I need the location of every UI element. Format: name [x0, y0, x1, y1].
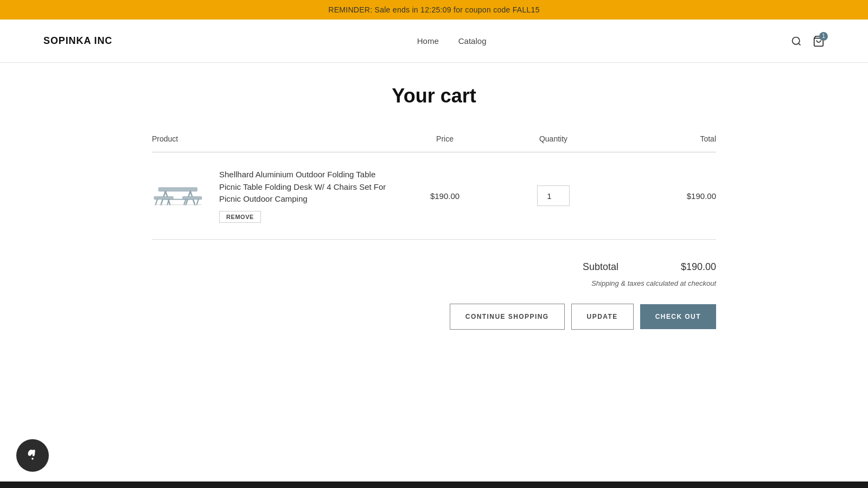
cart-actions: CONTINUE SHOPPING UPDATE CHECK OUT — [450, 304, 716, 330]
subtotal-label: Subtotal — [583, 261, 618, 273]
col-header-product: Product — [152, 134, 391, 143]
col-header-total: Total — [608, 134, 716, 143]
svg-point-16 — [31, 458, 34, 460]
continue-shopping-button[interactable]: CONTINUE SHOPPING — [450, 304, 565, 330]
cart-table: Product Price Quantity Total — [152, 134, 716, 240]
cart-summary: Subtotal $190.00 Shipping & taxes calcul… — [152, 261, 716, 330]
page-title: Your cart — [152, 85, 716, 107]
header-icons: 1 — [791, 35, 825, 47]
cart-badge: 1 — [819, 32, 828, 41]
footer-bar — [0, 481, 868, 488]
search-icon[interactable] — [791, 36, 802, 47]
remove-button[interactable]: REMOVE — [219, 211, 261, 223]
svg-line-14 — [197, 200, 199, 205]
shopify-badge[interactable] — [16, 439, 49, 472]
header: SOPINKA INC Home Catalog 1 — [0, 20, 868, 63]
product-cell: Shellhard Aluminium Outdoor Folding Tabl… — [152, 169, 391, 223]
product-image — [152, 169, 206, 223]
cart-table-header: Product Price Quantity Total — [152, 134, 716, 152]
subtotal-row: Subtotal $190.00 — [583, 261, 716, 273]
main-content: Your cart Product Price Quantity Total — [108, 63, 760, 351]
site-logo[interactable]: SOPINKA INC — [43, 35, 112, 47]
main-nav: Home Catalog — [417, 36, 487, 46]
cart-icon[interactable]: 1 — [813, 35, 825, 47]
svg-rect-3 — [159, 188, 197, 191]
checkout-button[interactable]: CHECK OUT — [640, 304, 716, 329]
svg-line-1 — [799, 43, 801, 45]
quantity-cell — [499, 185, 608, 206]
svg-point-0 — [793, 37, 800, 44]
table-row: Shellhard Aluminium Outdoor Folding Tabl… — [152, 152, 716, 240]
col-header-price: Price — [391, 134, 499, 143]
announcement-text: REMINDER: Sale ends in 12:25:09 for coup… — [328, 5, 539, 14]
announcement-bar: REMINDER: Sale ends in 12:25:09 for coup… — [0, 0, 868, 20]
quantity-input[interactable] — [537, 185, 570, 206]
subtotal-value: $190.00 — [662, 261, 716, 273]
product-name: Shellhard Aluminium Outdoor Folding Tabl… — [219, 169, 391, 206]
product-price: $190.00 — [391, 191, 499, 201]
update-button[interactable]: UPDATE — [571, 304, 634, 330]
shipping-note: Shipping & taxes calculated at checkout — [591, 279, 716, 287]
col-header-quantity: Quantity — [499, 134, 608, 143]
svg-line-10 — [156, 200, 157, 205]
product-info: Shellhard Aluminium Outdoor Folding Tabl… — [219, 169, 391, 223]
nav-catalog[interactable]: Catalog — [458, 36, 487, 46]
product-total: $190.00 — [608, 191, 716, 201]
nav-home[interactable]: Home — [417, 36, 439, 46]
